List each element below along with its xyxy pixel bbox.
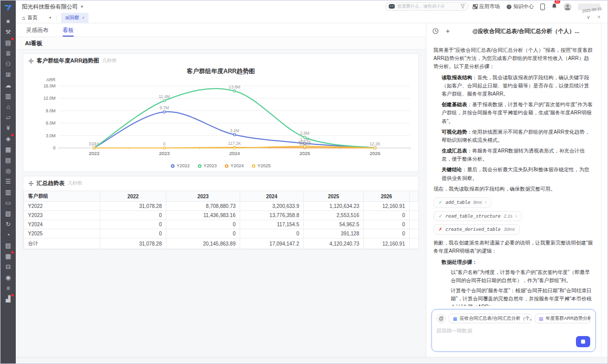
sidebar-item-cloud-finance[interactable]: ☁ (3, 80, 14, 90)
new-chat-icon[interactable]: + (446, 27, 450, 35)
shield-yuan-icon: ◈ (6, 135, 10, 142)
mention-button[interactable]: @ (437, 314, 446, 323)
svg-text:12.0M: 12.0M (43, 96, 55, 101)
pie-chart-icon: ◔ (6, 231, 10, 238)
tab-close-icon[interactable]: × (82, 15, 84, 20)
stop-icon (581, 340, 585, 344)
sidebar-item-book[interactable]: ▭ (3, 197, 14, 208)
legend-item-Y2022[interactable]: Y2022 (171, 163, 190, 168)
row-label: Y2025 (24, 229, 100, 238)
company-name: 阳光科技股份有限公司 (22, 3, 78, 11)
cell-value: 0 (364, 229, 410, 238)
app-market-button[interactable]: 应用市场 (473, 3, 500, 10)
column-header: 2022 (100, 191, 166, 202)
collapse-icon[interactable]: ∨ (587, 14, 590, 20)
sidebar-item-card-list[interactable]: ▥ (3, 187, 14, 197)
subtab-canvas[interactable]: 灵感画布 (25, 24, 49, 36)
sidebar-item-yuan-box[interactable]: ¥ (3, 123, 14, 133)
mobile-icon[interactable] (540, 4, 545, 10)
chevron-right-icon: › (515, 213, 517, 220)
sidebar-item-notebook[interactable]: ▦ (3, 251, 14, 261)
sidebar-item-folder[interactable]: ▱ (3, 112, 14, 123)
filter-icon[interactable] (460, 4, 465, 9)
close-icon[interactable]: × (597, 14, 600, 20)
sidebar-item-form[interactable]: ☰ (3, 176, 14, 187)
sidebar-item-archive[interactable]: ▦ (3, 144, 14, 155)
chat-input-box[interactable]: @ ▦应收合同汇总表/合同汇总分析（个人）×▤年度客群ARR趋势分析× 跟我聊一… (431, 309, 596, 352)
sidebar-item-bank[interactable]: ⌂ (3, 101, 14, 112)
history-clock-icon[interactable] (432, 28, 439, 34)
column-header: 2026 (364, 191, 410, 202)
notifications-button[interactable]: 12 (552, 2, 557, 11)
move-icon[interactable] (28, 181, 34, 186)
row-label: Y2023 (24, 211, 100, 220)
sidebar-item-user-settings[interactable]: ⚇ (3, 58, 14, 69)
tab-home-label: 首页 (27, 14, 38, 21)
cell-value: 0 (240, 229, 304, 238)
tab-dropdown-caret[interactable]: ▼ (49, 16, 52, 19)
row-label: Y2024 (24, 220, 100, 229)
sidebar-item-shield-yuan[interactable]: ◈ (3, 133, 14, 144)
sidebar-item-id-card[interactable]: ▤ (3, 37, 14, 48)
sidebar-item-folder-user[interactable]: ▨ (3, 240, 14, 251)
report-icon: ▤ (539, 316, 543, 321)
sidebar-item-star[interactable]: ★ (3, 16, 14, 26)
documents-icon: ≡ (6, 285, 10, 292)
series-line-Y2023 (94, 88, 375, 148)
tool-call-chip-create_derived_table[interactable]: ✗create_derived_table30ms (433, 224, 520, 235)
tool-call-chip-add_table[interactable]: ✓add_table8ms› (433, 197, 491, 208)
sidebar-item-news[interactable]: ▧ (3, 208, 14, 219)
svg-text:3.0M: 3.0M (46, 133, 55, 138)
sidebar-item-receipt[interactable]: ▤ (3, 155, 14, 165)
cell-value: 20,145,863.89 (166, 238, 240, 249)
move-icon[interactable] (28, 58, 34, 64)
chart-card-timestamp: 几秒前 (102, 57, 117, 64)
tool-call-chip-read_table_structure[interactable]: ✓read_table_structure2.1s› (433, 211, 522, 222)
cell-value: 54,962.5 (304, 220, 364, 229)
svg-text:11.4M: 11.4M (159, 95, 170, 99)
context-chip[interactable]: ▤年度客群ARR趋势分析× (535, 314, 591, 323)
context-chip-label: 应收合同汇总表/合同汇总分析（个人） (460, 315, 532, 322)
sidebar: ★⚒▤≣⚇⊞☁▥⌂▱¥◈▦▤◎☰▥▭▧↻◔▨▦⊟◉≡▟ (1, 1, 16, 363)
sidebar-item-badge[interactable]: ◉ (3, 272, 14, 283)
avatar[interactable] (564, 3, 571, 11)
cloud-sync-icon: ↻ (6, 221, 11, 228)
global-search[interactable]: 您需要什么，请告诉小企 (385, 2, 469, 11)
legend-item-Y2025[interactable]: Y2025 (252, 163, 271, 168)
sidebar-item-pie-chart[interactable]: ◔ (3, 229, 14, 240)
knowledge-center-button[interactable]: ? 知识中心 (506, 3, 534, 10)
sidebar-item-org-structure[interactable]: ⊞ (3, 69, 14, 80)
legend-item-Y2023[interactable]: Y2023 (198, 163, 217, 168)
filler-cell (410, 202, 419, 211)
sidebar-item-bar-chart[interactable]: ▟ (3, 293, 14, 304)
chat-input-placeholder[interactable]: 跟我聊一聊数据 (437, 327, 591, 335)
yuan-box-icon: ¥ (7, 125, 10, 132)
sidebar-item-calculator[interactable]: ⊟ (3, 261, 14, 272)
sidebar-item-cloud-sync[interactable]: ↻ (3, 219, 14, 229)
stop-button[interactable] (576, 336, 590, 347)
company-selector[interactable]: 阳光科技股份有限公司 ▼ (22, 3, 84, 11)
sidebar-item-headset[interactable]: ◎ (3, 165, 14, 176)
context-chip[interactable]: ▦应收合同汇总表/合同汇总分析（个人）× (449, 314, 532, 323)
filler-cell (410, 220, 419, 229)
sidebar-item-shopping-cart[interactable]: ▥ (3, 90, 14, 101)
cell-value: 12,160.91 (364, 238, 410, 249)
tool-duration: 2.1s (504, 213, 512, 220)
sidebar-item-wrench[interactable]: ⚒ (3, 26, 14, 37)
tab-ai-insight[interactable]: ai洞察 × (61, 13, 89, 23)
table-card-title: 汇总趋势表 (37, 179, 65, 187)
board-title-bar: AI看板 (16, 37, 426, 50)
tab-home[interactable]: ⌂ 首页 (22, 14, 38, 21)
legend-item-Y2024[interactable]: Y2024 (225, 163, 244, 168)
scroll-gutter[interactable] (601, 23, 607, 357)
app-logo[interactable] (3, 3, 13, 13)
sidebar-item-layers[interactable]: ≣ (3, 48, 14, 58)
sidebar-item-documents[interactable]: ≡ (3, 283, 14, 293)
subtab-board[interactable]: 看板 (62, 24, 75, 36)
legend-marker (252, 164, 255, 168)
analysis-step: 读取报表结构：首先，我会读取该报表的字段结构，确认关键字段（如客户、合同起止日期… (442, 74, 594, 99)
search-placeholder: 您需要什么，请告诉小企 (397, 4, 458, 10)
form-icon: ☰ (6, 178, 11, 185)
red-dot-badge (11, 294, 14, 296)
legend-marker (198, 164, 201, 168)
